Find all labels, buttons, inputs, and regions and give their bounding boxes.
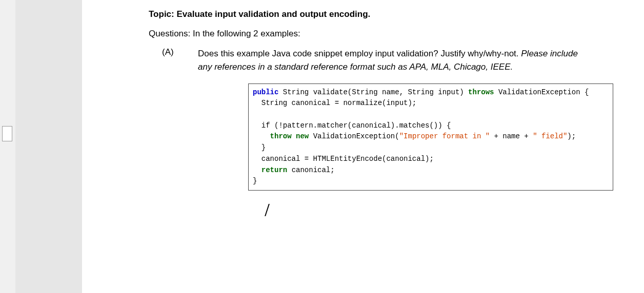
code-str-2: " field" <box>533 132 567 140</box>
code-str-1: "Improper format in " <box>399 132 490 140</box>
code-throw-end: ); <box>567 132 576 140</box>
list-body-a: Does this example Java code snippet empl… <box>198 47 590 74</box>
code-snippet: public String validate(String name, Stri… <box>248 83 613 191</box>
item-a-text: Does this example Java code snippet empl… <box>198 49 521 58</box>
code-sig-rest: String validate(String name, String inpu… <box>278 88 468 96</box>
code-throw-mid: ValidationException( <box>309 132 399 140</box>
list-item-a: (A) Does this example Java code snippet … <box>162 47 590 191</box>
code-ret-post: canonical; <box>287 166 334 174</box>
code-throw-mid2: + name + <box>490 132 533 140</box>
code-kw-throws: throws <box>468 88 494 96</box>
topic-text: Evaluate input validation and output enc… <box>176 9 370 19</box>
topic-label: Topic: <box>149 9 176 19</box>
document-page: Topic: Evaluate input validation and out… <box>82 0 644 293</box>
code-kw-return: return <box>261 166 287 174</box>
code-line-if: if (!pattern.matcher(canonical).matches(… <box>253 121 451 130</box>
code-line-enc: canonical = HTMLEntityEncode(canonical); <box>253 155 434 163</box>
vertical-ruler <box>0 0 15 293</box>
code-sig-tail: ValidationException { <box>494 88 589 96</box>
code-close: } <box>253 177 257 185</box>
code-kw-public: public <box>253 88 278 96</box>
topic-heading: Topic: Evaluate input validation and out… <box>149 9 590 19</box>
code-line-2: String canonical = normalize(input); <box>253 99 416 107</box>
code-kw-new: new <box>292 132 309 140</box>
questions-intro: Questions: In the following 2 examples: <box>149 29 590 39</box>
code-ret-pre <box>253 166 261 174</box>
page-margin-gutter <box>15 0 82 293</box>
code-kw-throw: throw <box>270 132 292 140</box>
code-close-if: } <box>253 143 266 152</box>
ruler-tab-marker[interactable] <box>2 126 12 141</box>
document-content: Topic: Evaluate input validation and out… <box>149 9 590 191</box>
text-cursor <box>265 204 270 216</box>
code-throw-pre <box>253 132 270 140</box>
list-marker-a: (A) <box>162 47 192 57</box>
